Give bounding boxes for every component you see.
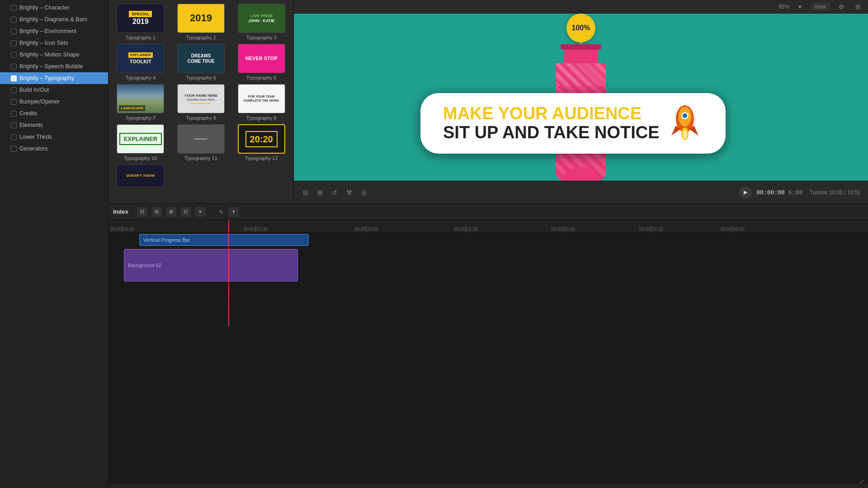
- thumbnail-13[interactable]: DOESN'T KNOW: [117, 164, 164, 187]
- sidebar-checkbox-diagrams[interactable]: [11, 17, 17, 23]
- chevron-down-icon[interactable]: ▾: [797, 2, 803, 11]
- beaker-neck: [564, 50, 598, 63]
- sidebar-item-icon-sets[interactable]: Brightly – Icon Sets: [0, 37, 108, 49]
- thumbnail-5[interactable]: DREAMS COME TRUE: [177, 44, 225, 73]
- cursor-icon[interactable]: ↺: [330, 188, 339, 197]
- thumbnail-12[interactable]: 20:20: [238, 124, 285, 154]
- play-button[interactable]: ▶: [739, 186, 752, 199]
- thumbnail-label: Typography 3: [246, 35, 277, 40]
- lower-third-line2: SIT UP AND TAKE NOTICE: [443, 123, 660, 142]
- timeline-btn-4[interactable]: ⊡: [181, 207, 191, 217]
- track-row-5: [108, 312, 868, 327]
- timeline-btn-3[interactable]: ⊠: [166, 207, 176, 217]
- layout-icon[interactable]: ⊟: [301, 188, 310, 197]
- thumbnail-label: Typography 4: [126, 75, 156, 80]
- preview-bottom-bar: ⊟ ⊞ ↺ ⚒ ◎ ▶ 00:00:00 6:08: [294, 181, 868, 203]
- sidebar-checkbox-build-inout[interactable]: [11, 87, 17, 93]
- sidebar-item-environment[interactable]: Brightly – Environment: [0, 25, 108, 37]
- timeline-scrollbar[interactable]: [108, 483, 868, 488]
- main-content: SPECIAL 2019 Typography 1 2019 Typograph…: [108, 0, 868, 488]
- sidebar-item-motion-shape[interactable]: Brightly – Motion Shape: [0, 49, 108, 61]
- thumbnail-9[interactable]: FOR YOUR TEAM COMPLETE THE WORK: [238, 84, 285, 113]
- list-item[interactable]: EXPLAINER TOOLKIT Typography 4: [112, 44, 169, 80]
- sidebar-checkbox-credits[interactable]: [11, 111, 17, 117]
- playhead[interactable]: [228, 220, 229, 232]
- cursor-tool-icon[interactable]: ↖: [217, 207, 226, 216]
- clip-background02[interactable]: Background 02: [124, 249, 298, 282]
- ruler-mark: 00:00:30:00: [563, 226, 563, 232]
- ruler-mark: 00:00:15:00: [366, 226, 367, 232]
- thumbnail-7[interactable]: LANDSCAPE: [117, 84, 164, 113]
- sidebar-checkbox-lower-thirds[interactable]: [11, 134, 17, 140]
- sidebar-item-build-inout[interactable]: Build In/Out: [0, 84, 108, 96]
- speed-icon[interactable]: ◎: [359, 188, 368, 197]
- sidebar-checkbox-elements[interactable]: [11, 122, 17, 128]
- timeline-section: Index ⊟ ⊞ ⊠ ⊡ ▾ ↖ ▾ 00:00:00:00: [108, 204, 868, 488]
- playhead-track2: [228, 247, 229, 283]
- sidebar-item-lower-thirds[interactable]: Lower Thirds: [0, 131, 108, 143]
- app-container: Brightly – Character Brightly – Diagrams…: [0, 0, 868, 488]
- thumbnail-1[interactable]: SPECIAL 2019: [117, 4, 164, 33]
- sidebar-checkbox-speech-bubble[interactable]: [11, 64, 17, 70]
- sidebar-item-generators[interactable]: Generators: [0, 143, 108, 155]
- sidebar-item-typography[interactable]: Brightly – Typography: [0, 72, 108, 84]
- expand-icon[interactable]: ⊞: [854, 2, 863, 11]
- thumbnail-label: Typography 2: [186, 35, 216, 40]
- beaker-cap: [561, 44, 601, 50]
- layout-icon-2[interactable]: ⊞: [316, 188, 325, 197]
- thumbnail-2[interactable]: 2019: [177, 4, 225, 33]
- playhead-track3: [228, 283, 229, 297]
- sidebar-checkbox-bumper[interactable]: [11, 99, 17, 105]
- tutorial-info: Tutorial 10:00 / 10:51: [810, 189, 861, 196]
- sidebar: Brightly – Character Brightly – Diagrams…: [0, 0, 108, 488]
- sidebar-checkbox-environment[interactable]: [11, 28, 17, 34]
- list-item[interactable]: FOR YOUR TEAM COMPLETE THE WORK Typograp…: [233, 84, 290, 121]
- timeline-btn-1[interactable]: ⊟: [137, 207, 147, 217]
- list-item[interactable]: YOUR NAME HERE Subtitle Goes Here Typogr…: [173, 84, 230, 121]
- svg-point-3: [683, 113, 687, 118]
- list-item[interactable]: SPECIAL 2019 Typography 1: [112, 4, 169, 40]
- thumbnail-6[interactable]: NEVER STOP: [238, 44, 285, 73]
- thumbnail-11[interactable]: ——: [177, 124, 225, 154]
- sidebar-item-credits[interactable]: Credits: [0, 108, 108, 119]
- thumbnail-10[interactable]: EXPLAINER: [117, 124, 164, 154]
- sidebar-item-elements[interactable]: Elements: [0, 119, 108, 131]
- tool-dropdown[interactable]: ▾: [229, 207, 239, 217]
- list-item[interactable]: DOESN'T KNOW: [112, 164, 169, 187]
- ruler-mark: 00:00:00:00: [122, 226, 123, 232]
- browser-panel: SPECIAL 2019 Typography 1 2019 Typograph…: [108, 0, 294, 203]
- track-row-2: Background 02: [108, 247, 868, 283]
- lower-third-text: MAKE YOUR AUDIENCE SIT UP AND TAKE NOTIC…: [443, 104, 660, 142]
- sidebar-item-diagrams[interactable]: Brightly – Diagrams & Bars: [0, 14, 108, 25]
- sidebar-checkbox-typography[interactable]: [11, 75, 17, 81]
- list-item[interactable]: EXPLAINER Typography 10: [112, 124, 169, 161]
- preview-canvas: 100%: [294, 14, 868, 181]
- list-item[interactable]: 20:20 Typography 12: [233, 124, 290, 161]
- sidebar-item-speech-bubble[interactable]: Brightly – Speech Bubble: [0, 61, 108, 72]
- list-item[interactable]: 2019 Typography 2: [173, 4, 230, 40]
- list-item[interactable]: NEVER STOP Typography 6: [233, 44, 290, 80]
- settings-icon[interactable]: ⚙: [837, 2, 846, 11]
- timeline-dropdown[interactable]: ▾: [195, 207, 205, 217]
- sidebar-checkbox-icon-sets[interactable]: [11, 40, 17, 46]
- list-item[interactable]: DREAMS COME TRUE Typography 5: [173, 44, 230, 80]
- sidebar-item-bumper[interactable]: Bumper/Opener: [0, 96, 108, 108]
- list-item[interactable]: LIVE FROM JOHN · KATIE Typography 3: [233, 4, 290, 40]
- timeline-btn-2[interactable]: ⊞: [152, 207, 162, 217]
- tools-icon[interactable]: ⚒: [344, 188, 354, 197]
- ruler-marks: 00:00:00:00 00:00:07:30 00:00:15:00 00:0…: [108, 220, 868, 232]
- thumbnail-8[interactable]: YOUR NAME HERE Subtitle Goes Here: [177, 84, 225, 113]
- sidebar-checkbox-character[interactable]: [11, 5, 17, 11]
- ruler-mark: 00:00:07:30: [255, 226, 256, 232]
- sidebar-checkbox-generators[interactable]: [11, 146, 17, 152]
- thumbnail-label: Typography 8: [186, 115, 216, 121]
- clip-vertical-progress-bar[interactable]: Vertical Progress Bar: [139, 234, 309, 246]
- view-button[interactable]: View: [811, 3, 830, 11]
- list-item[interactable]: —— Typography 11: [173, 124, 230, 161]
- list-item[interactable]: LANDSCAPE Typography 7: [112, 84, 169, 121]
- sidebar-item-character[interactable]: Brightly – Character: [0, 2, 108, 14]
- thumbnail-4[interactable]: EXPLAINER TOOLKIT: [117, 44, 164, 73]
- thumbnail-label: Typography 12: [245, 155, 278, 161]
- sidebar-checkbox-motion-shape[interactable]: [11, 52, 17, 58]
- thumbnail-3[interactable]: LIVE FROM JOHN · KATIE: [238, 4, 285, 33]
